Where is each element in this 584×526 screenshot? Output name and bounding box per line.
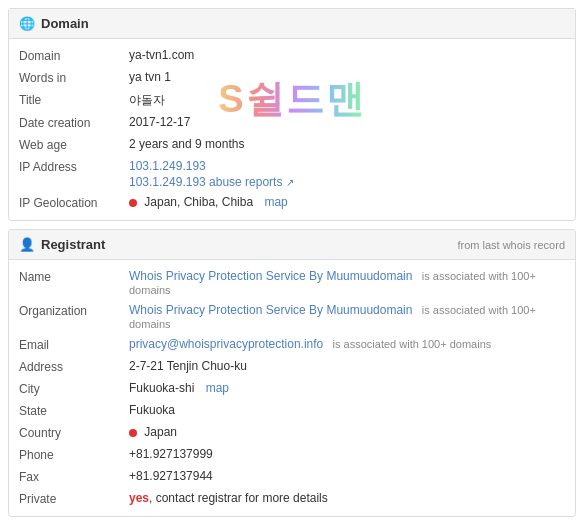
geo-text: Japan, Chiba, Chiba bbox=[144, 195, 253, 209]
state-label: State bbox=[19, 403, 129, 418]
email-link[interactable]: privacy@whoisprivacyprotection.info bbox=[129, 337, 323, 351]
domain-label: Domain bbox=[19, 48, 129, 63]
words-in-value: ya tvn 1 bbox=[129, 70, 565, 84]
country-text: Japan bbox=[144, 425, 177, 439]
ip-address-value: 103.1.249.193 103.1.249.193 abuse report… bbox=[129, 159, 565, 189]
registrant-section-header: 👤 Registrant from last whois record bbox=[9, 230, 575, 260]
organization-link[interactable]: Whois Privacy Protection Service By Muum… bbox=[129, 303, 412, 317]
domain-section-body: Domain ya-tvn1.com Words in ya tvn 1 Tit… bbox=[9, 39, 575, 220]
words-in-label: Words in bbox=[19, 70, 129, 85]
country-value: Japan bbox=[129, 425, 565, 439]
address-value: 2-7-21 Tenjin Chuo-ku bbox=[129, 359, 565, 373]
domain-section: 🌐 Domain Domain ya-tvn1.com Words in ya … bbox=[8, 8, 576, 221]
registrant-section-body: Name Whois Privacy Protection Service By… bbox=[9, 260, 575, 516]
country-row: Country Japan bbox=[9, 422, 575, 444]
country-label: Country bbox=[19, 425, 129, 440]
geo-map-link[interactable]: map bbox=[264, 195, 287, 209]
date-creation-label: Date creation bbox=[19, 115, 129, 130]
email-value: privacy@whoisprivacyprotection.info is a… bbox=[129, 337, 565, 351]
city-label: City bbox=[19, 381, 129, 396]
globe-icon: 🌐 bbox=[19, 16, 35, 31]
organization-value: Whois Privacy Protection Service By Muum… bbox=[129, 303, 565, 331]
organization-row: Organization Whois Privacy Protection Se… bbox=[9, 300, 575, 334]
ip-geolocation-value: Japan, Chiba, Chiba map bbox=[129, 195, 565, 209]
email-label: Email bbox=[19, 337, 129, 352]
name-value: Whois Privacy Protection Service By Muum… bbox=[129, 269, 565, 297]
date-creation-value: 2017-12-17 bbox=[129, 115, 565, 129]
phone-label: Phone bbox=[19, 447, 129, 462]
name-row: Name Whois Privacy Protection Service By… bbox=[9, 266, 575, 300]
email-associated: is associated with 100+ domains bbox=[333, 338, 492, 350]
city-value: Fukuoka-shi map bbox=[129, 381, 565, 395]
domain-value: ya-tvn1.com bbox=[129, 48, 565, 62]
state-value: Fukuoka bbox=[129, 403, 565, 417]
red-dot-country bbox=[129, 429, 137, 437]
ip-geolocation-label: IP Geolocation bbox=[19, 195, 129, 210]
web-age-row: Web age 2 years and 9 months bbox=[9, 134, 575, 156]
title-row: Title 야돌자 bbox=[9, 89, 575, 112]
private-yes: yes bbox=[129, 491, 149, 505]
private-label: Private bbox=[19, 491, 129, 506]
red-dot-geo bbox=[129, 199, 137, 207]
registrant-section: 👤 Registrant from last whois record Name… bbox=[8, 229, 576, 517]
title-label: Title bbox=[19, 92, 129, 107]
web-age-label: Web age bbox=[19, 137, 129, 152]
address-row: Address 2-7-21 Tenjin Chuo-ku bbox=[9, 356, 575, 378]
domain-header-label: Domain bbox=[41, 16, 89, 31]
registrant-header-label: Registrant bbox=[41, 237, 105, 252]
from-last-whois: from last whois record bbox=[457, 239, 565, 251]
title-value: 야돌자 bbox=[129, 92, 565, 109]
ip-address-link[interactable]: 103.1.249.193 bbox=[129, 159, 206, 173]
private-row: Private yes, contact registrar for more … bbox=[9, 488, 575, 510]
date-creation-row: Date creation 2017-12-17 bbox=[9, 112, 575, 134]
phone-value: +81.927137999 bbox=[129, 447, 565, 461]
web-age-value: 2 years and 9 months bbox=[129, 137, 565, 151]
ip-address-label: IP Address bbox=[19, 159, 129, 174]
ip-abuse-link[interactable]: 103.1.249.193 abuse reports ↗ bbox=[129, 175, 294, 189]
domain-section-header: 🌐 Domain bbox=[9, 9, 575, 39]
organization-label: Organization bbox=[19, 303, 129, 318]
fax-row: Fax +81.927137944 bbox=[9, 466, 575, 488]
city-map-link[interactable]: map bbox=[206, 381, 229, 395]
fax-label: Fax bbox=[19, 469, 129, 484]
domain-row: Domain ya-tvn1.com bbox=[9, 45, 575, 67]
address-label: Address bbox=[19, 359, 129, 374]
ip-address-row: IP Address 103.1.249.193 103.1.249.193 a… bbox=[9, 156, 575, 192]
phone-row: Phone +81.927137999 bbox=[9, 444, 575, 466]
state-row: State Fukuoka bbox=[9, 400, 575, 422]
name-link[interactable]: Whois Privacy Protection Service By Muum… bbox=[129, 269, 412, 283]
email-row: Email privacy@whoisprivacyprotection.inf… bbox=[9, 334, 575, 356]
private-value: yes, contact registrar for more details bbox=[129, 491, 565, 505]
city-row: City Fukuoka-shi map bbox=[9, 378, 575, 400]
words-in-row: Words in ya tvn 1 bbox=[9, 67, 575, 89]
person-icon: 👤 bbox=[19, 237, 35, 252]
fax-value: +81.927137944 bbox=[129, 469, 565, 483]
private-rest: , contact registrar for more details bbox=[149, 491, 328, 505]
external-icon: ↗ bbox=[286, 177, 294, 188]
ip-geolocation-row: IP Geolocation Japan, Chiba, Chiba map bbox=[9, 192, 575, 214]
name-label: Name bbox=[19, 269, 129, 284]
